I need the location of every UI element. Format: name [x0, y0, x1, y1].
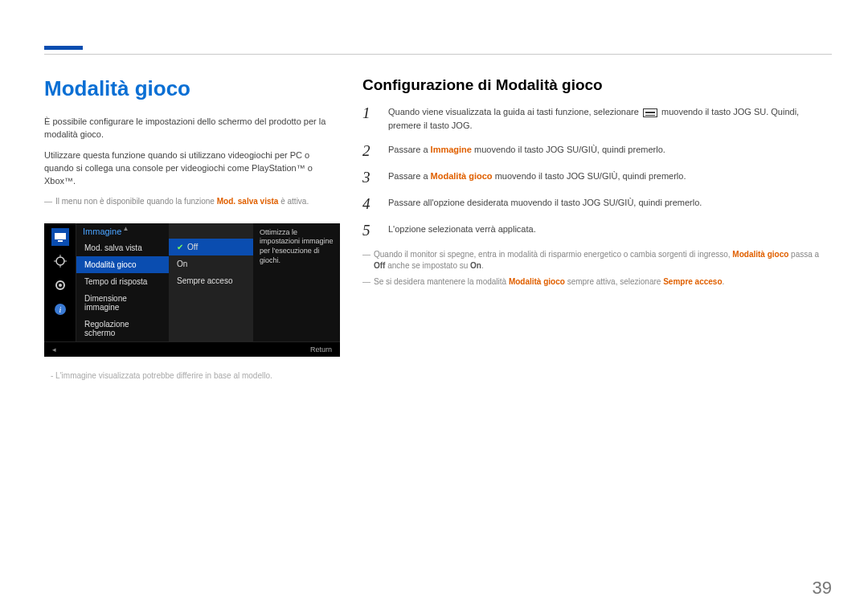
osd-menu-item: Tempo di risposta: [76, 273, 169, 290]
target-icon: [51, 252, 69, 270]
steps-list: 1Quando viene visualizzata la guida ai t…: [362, 105, 832, 238]
step-row: 4Passare all'opzione desiderata muovendo…: [362, 196, 832, 211]
osd-menu-column: Immagine ▲ Mod. salva vistaModalità gioc…: [76, 223, 169, 341]
step-number: 4: [362, 196, 377, 211]
step-text: Passare a Immagine muovendo il tasto JOG…: [388, 143, 665, 158]
page-content: Modalità gioco È possibile configurare l…: [44, 76, 832, 380]
step-text: Quando viene visualizzata la guida ai ta…: [388, 105, 832, 132]
svg-text:i: i: [59, 305, 61, 314]
monitor-icon: [51, 228, 69, 246]
step-text: Passare a Modalità gioco muovendo il tas…: [388, 170, 686, 185]
osd-sidebar: i: [44, 223, 76, 341]
info-icon: i: [51, 300, 69, 318]
left-column: Modalità gioco È possibile configurare l…: [44, 76, 340, 380]
svg-rect-1: [58, 240, 63, 242]
step-number: 2: [362, 143, 377, 158]
svg-point-8: [59, 284, 62, 287]
check-icon: ✔: [177, 243, 183, 251]
osd-option-item: Sempre acceso: [169, 272, 253, 289]
step-row: 3Passare a Modalità gioco muovendo il ta…: [362, 170, 832, 185]
step-row: 1Quando viene visualizzata la guida ai t…: [362, 105, 832, 132]
osd-menu-item: Regolazione schermo: [76, 316, 169, 341]
right-column: Configurazione di Modalità gioco 1Quando…: [362, 76, 832, 380]
osd-footer: ◂ Return: [44, 341, 340, 357]
step-number: 3: [362, 170, 377, 185]
osd-menu-item: Modalità gioco: [76, 256, 169, 273]
step-row: 2Passare a Immagine muovendo il tasto JO…: [362, 143, 832, 158]
header-divider: [44, 54, 832, 55]
osd-option-item: ✔Off: [169, 239, 253, 255]
power-off-note: Quando il monitor si spegne, entra in mo…: [362, 249, 832, 272]
scroll-up-indicator: ▲: [123, 225, 129, 232]
step-row: 5L'opzione selezionata verrà applicata.: [362, 223, 832, 238]
svg-point-2: [56, 257, 64, 265]
section-title: Modalità gioco: [44, 76, 340, 101]
intro-para-1: È possibile configurare le impostazioni …: [44, 116, 340, 141]
osd-options-column: ✔OffOnSempre acceso: [169, 223, 253, 341]
step-text: Passare all'opzione desiderata muovendo …: [388, 196, 702, 211]
osd-menu-item: Dimensione immagine: [76, 290, 169, 316]
osd-menu-item: Mod. salva vista: [76, 239, 169, 256]
header-accent-bar: [44, 46, 83, 50]
intro-para-2: Utilizzare questa funzione quando si uti…: [44, 149, 340, 188]
availability-note: Il menu non è disponibile quando la funz…: [44, 196, 340, 207]
osd-option-item: On: [169, 255, 253, 272]
osd-screenshot: i Immagine ▲ Mod. salva vistaModalità gi…: [44, 215, 340, 357]
step-number: 5: [362, 223, 377, 238]
step-text: L'opzione selezionata verrà applicata.: [388, 223, 536, 238]
osd-return-label: Return: [310, 345, 332, 353]
svg-rect-0: [55, 233, 66, 239]
osd-description: Ottimizza le impostazioni immagine per l…: [253, 223, 340, 341]
always-on-note: Se si desidera mantenere la modalità Mod…: [362, 276, 832, 288]
gear-icon: [51, 276, 69, 294]
menu-icon: [643, 108, 657, 117]
step-number: 1: [362, 105, 377, 132]
image-disclaimer: L'immagine visualizzata potrebbe differi…: [44, 371, 340, 380]
page-number: 39: [813, 578, 832, 599]
subsection-title: Configurazione di Modalità gioco: [362, 76, 832, 94]
